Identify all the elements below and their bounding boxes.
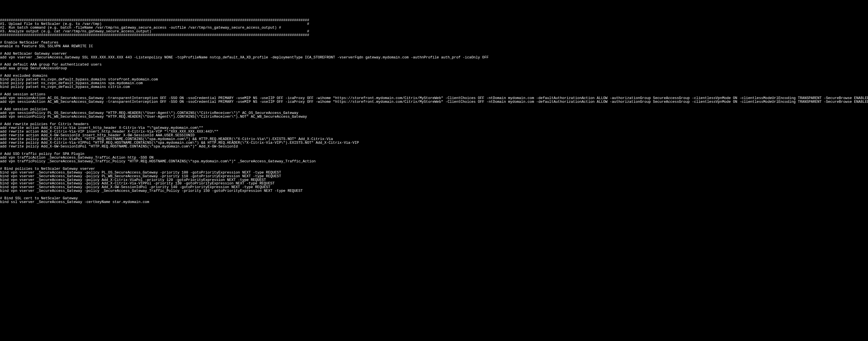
terminal-line: add rewrite action Add_X-Citrix-Via-VIP … [0, 130, 868, 134]
terminal-line [0, 48, 868, 52]
terminal-line [0, 164, 868, 167]
terminal-line: #1. Upload file to NetScaler (e.g. to /v… [0, 22, 868, 26]
terminal-line: add aaa group SecureAccessGroup [0, 67, 868, 70]
terminal-line [0, 119, 868, 122]
terminal-line: #3. Analyze output (e.g. cat /var/tmp/ns… [0, 30, 868, 33]
terminal-line: add vpn sessionAction AC_WB_SecureAccess… [0, 100, 868, 104]
terminal-line [0, 60, 868, 63]
terminal-line [0, 149, 868, 152]
terminal-line: add vpn sessionPolicy PL_WB_SecureAccess… [0, 115, 868, 119]
terminal-line: bind ssl vserver _SecureAccess_Gateway -… [0, 200, 868, 204]
terminal-line [0, 104, 868, 108]
terminal-line: bind vpn vserver _SecureAccess_Gateway -… [0, 189, 868, 193]
terminal-line: bind policy patset ns_cvpn_default_bypas… [0, 85, 868, 89]
terminal-line: # Add SSO traffic policy for SPA Plugin [0, 152, 868, 156]
terminal-line: # Bind policies to NetScaler Gateway vse… [0, 167, 868, 171]
terminal-line: enable ns feature SSL SSLVPN AAA REWRITE… [0, 45, 868, 48]
terminal-line: add vpn vserver _SecureAccess_Gateway SS… [0, 56, 868, 60]
terminal-line: # Add default AAA group for authenticate… [0, 63, 868, 67]
terminal-line: add vpn trafficAction _SecureAccess_Gate… [0, 156, 868, 160]
terminal-line: #2. Run batch command (e.g. batch -fileN… [0, 26, 868, 30]
terminal-output: ########################################… [0, 19, 868, 204]
terminal-line: add rewrite policy Add_X-GW-SessionIdPol… [0, 145, 868, 149]
terminal-line [0, 193, 868, 197]
terminal-line: add rewrite policy Add_X-Citrix-Via-VIPP… [0, 141, 868, 145]
terminal-line: add rewrite policy Add_X-Citrix-ViaPol "… [0, 137, 868, 141]
terminal-line: bind vpn vserver _SecureAccess_Gateway -… [0, 171, 868, 175]
terminal-line [0, 37, 868, 41]
terminal-line: add rewrite action Add_X-GW-SessionId in… [0, 134, 868, 137]
terminal-line: bind vpn vserver _SecureAccess_Gateway -… [0, 175, 868, 178]
terminal-line: # Add NetScaler Gateway vserver [0, 52, 868, 56]
terminal-line: # Add rewrite policies for Citrix header… [0, 122, 868, 126]
terminal-line: ########################################… [0, 33, 868, 37]
terminal-line: ########################################… [0, 19, 868, 22]
terminal-line: add rewrite action Add_X-Citrix-Via inse… [0, 126, 868, 130]
terminal-line: bind policy patset ns_cvpn_default_bypas… [0, 82, 868, 85]
terminal-line: # Enable NetScaler features [0, 41, 868, 45]
terminal-line [0, 89, 868, 93]
terminal-line [0, 70, 868, 74]
terminal-line: add vpn trafficPolicy _SecureAccess_Gate… [0, 160, 868, 164]
